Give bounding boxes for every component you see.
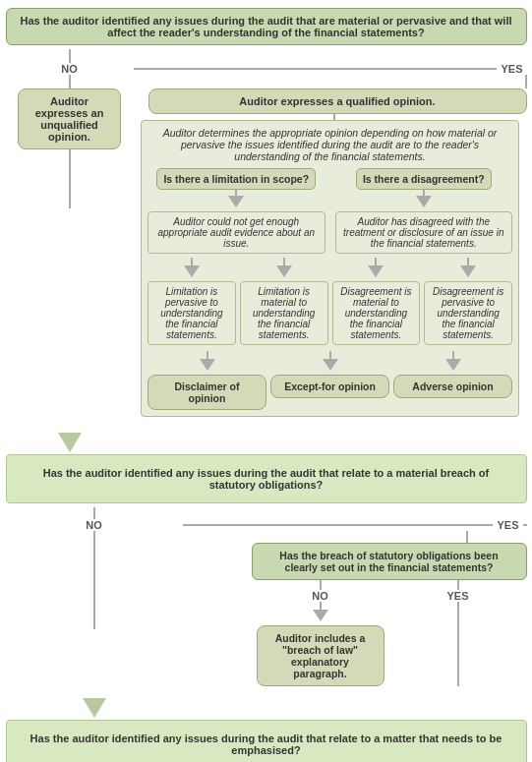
unqualified-opinion: Auditor expresses an unqualified opinion…	[18, 88, 121, 149]
adverse-opinion: Adverse opinion	[393, 375, 512, 398]
no-label-2: NO	[86, 519, 102, 531]
disagreement-pervasive: Disagreement is pervasive to understandi…	[424, 281, 512, 345]
qualified-opinion: Auditor expresses a qualified opinion.	[148, 88, 527, 114]
yes-label-2: YES	[497, 519, 518, 531]
sub-a-disagreement: Auditor has disagreed with the treatment…	[335, 211, 513, 254]
disagreement-material: Disagreement is material to understandin…	[332, 281, 421, 345]
flowchart: Has the auditor identified any issues du…	[0, 0, 532, 762]
breach-outcome: Auditor includes a "breach of law" expla…	[257, 625, 384, 686]
breach-no-label: NO	[312, 590, 328, 602]
question-2: Has the auditor identified any issues du…	[15, 461, 518, 497]
limitation-material: Limitation is material to understanding …	[240, 281, 328, 345]
disclaimer-opinion: Disclaimer of opinion	[148, 375, 266, 410]
sub-q-disagreement: Is there a disagreement?	[356, 168, 492, 190]
breach-sub-question: Has the breach of statutory obligations …	[252, 543, 527, 580]
question-1: Has the auditor identified any issues du…	[6, 8, 527, 45]
limitation-pervasive: Limitation is pervasive to understanding…	[148, 281, 236, 345]
qualified-detail-text: Auditor determines the appropriate opini…	[148, 127, 512, 162]
exceptfor-opinion: Except-for opinion	[270, 375, 389, 398]
qualified-detail-box: Auditor determines the appropriate opini…	[141, 120, 519, 417]
sub-a-limitation: Auditor could not get enough appropriate…	[148, 211, 325, 254]
breach-yes-label: YES	[446, 590, 468, 602]
no-label-1: NO	[61, 63, 78, 75]
yes-label-1: YES	[501, 63, 522, 75]
question-3: Has the auditor identified any issues du…	[15, 727, 518, 762]
sub-q-limitation: Is there a limitation in scope?	[156, 168, 316, 190]
